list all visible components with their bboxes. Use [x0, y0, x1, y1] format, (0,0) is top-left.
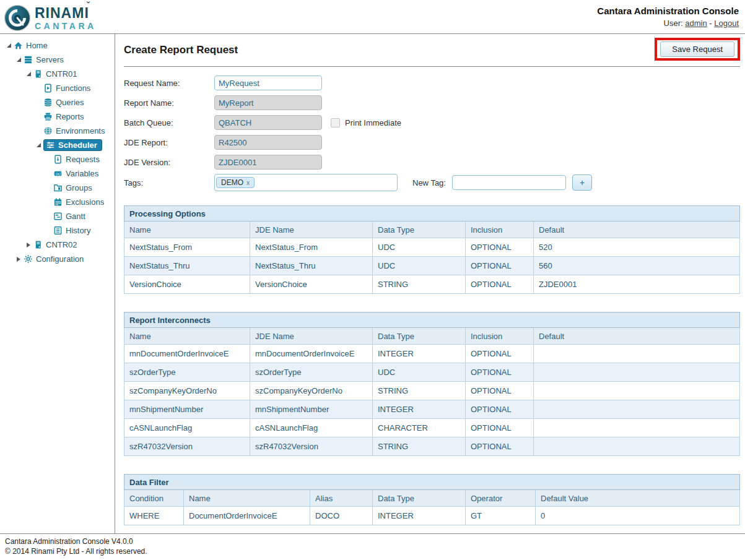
rinami-cantara-logo: RINAMIˇ CANTARA [0, 0, 97, 33]
sidebar-item-scheduler[interactable]: Scheduler [0, 138, 115, 152]
logout-link[interactable]: Logout [714, 19, 739, 28]
column-header: Alias [310, 490, 373, 507]
sidebar-nav-tree: Home Servers CNTR01 Functions Querie [0, 34, 115, 533]
print-immediate-checkbox[interactable] [331, 118, 340, 127]
jde-version-label: JDE Version: [124, 158, 214, 167]
annotation-highlight-box: Save Request [655, 38, 740, 61]
request-name-label: Request Name: [124, 79, 214, 88]
jde-report-input [214, 135, 322, 150]
variables-icon: (x) [53, 169, 64, 178]
remove-tag-icon[interactable]: x [246, 179, 250, 186]
sidebar-item-reports[interactable]: Reports [0, 110, 115, 124]
request-name-input[interactable] [214, 75, 322, 90]
table-row: szCompanyKeyOrderNo szCompanyKeyOrderNo … [124, 382, 740, 400]
report-name-label: Report Name: [124, 98, 214, 108]
user-separator: - [707, 19, 715, 28]
column-header: Name [124, 328, 250, 345]
user-name-link[interactable]: admin [685, 19, 707, 28]
sidebar-item-servers[interactable]: Servers [0, 53, 115, 67]
report-name-input [214, 95, 322, 110]
column-header: Inclusion [466, 328, 534, 345]
table-row: WHERE DocumentOrderInvoiceE DOCO INTEGER… [124, 507, 740, 525]
functions-icon [43, 84, 54, 93]
table-title-row: Processing Options [124, 206, 740, 222]
title-divider [124, 66, 740, 67]
expand-collapse-icon[interactable] [14, 58, 24, 62]
footer-copyright: © 2014 Rinami Pty Ltd - All rights reser… [5, 546, 740, 556]
new-tag-label: New Tag: [412, 178, 446, 187]
environments-icon [43, 126, 54, 136]
user-label: User: [664, 19, 683, 28]
column-header: Default [534, 328, 740, 345]
table-row: cASNLaunchFlag cASNLaunchFlag CHARACTER … [124, 419, 740, 437]
column-header: Default [534, 222, 740, 238]
expand-collapse-icon[interactable] [24, 72, 33, 76]
sidebar-item-groups[interactable]: Groups [0, 181, 115, 195]
exclusions-icon [53, 197, 64, 207]
table-title: Data Filter [124, 475, 740, 490]
sidebar-item-queries[interactable]: Queries [0, 95, 115, 110]
table-header-row: Name JDE Name Data Type Inclusion Defaul… [124, 328, 740, 345]
batch-queue-input [214, 115, 322, 130]
sidebar-item-home[interactable]: Home [0, 38, 115, 53]
expand-collapse-icon[interactable] [24, 243, 33, 248]
column-header: Data Type [373, 222, 466, 238]
scheduler-icon [46, 140, 57, 150]
new-tag-input[interactable] [452, 175, 566, 190]
table-row: mnShipmentNumber mnShipmentNumber INTEGE… [124, 400, 740, 419]
sidebar-item-environments[interactable]: Environments [0, 124, 115, 138]
column-header: Operator [466, 490, 536, 507]
sidebar-item-exclusions[interactable]: Exclusions [0, 195, 115, 209]
sidebar-item-gantt[interactable]: Gantt [0, 209, 115, 223]
footer-version: Cantara Administration Console V4.0.0 [5, 536, 740, 546]
expand-collapse-icon[interactable] [4, 43, 14, 48]
app-title: Cantara Administration Console [597, 6, 739, 16]
app-footer: Cantara Administration Console V4.0.0 © … [0, 533, 745, 560]
groups-icon [53, 183, 64, 192]
expand-collapse-icon[interactable] [14, 257, 24, 262]
requests-icon [53, 155, 64, 164]
sidebar-item-cntr01[interactable]: CNTR01 [0, 67, 115, 81]
sidebar-item-functions[interactable]: Functions [0, 81, 115, 95]
column-header: JDE Name [250, 328, 373, 345]
save-request-button[interactable]: Save Request [660, 41, 734, 57]
svg-text:(x): (x) [56, 172, 61, 176]
app-window: RINAMIˇ CANTARA Cantara Administration C… [0, 0, 745, 560]
table-row: NextStatus_Thru NextStatus_Thru UDC OPTI… [124, 257, 740, 275]
app-header: RINAMIˇ CANTARA Cantara Administration C… [0, 0, 745, 34]
gantt-icon [53, 212, 64, 221]
column-header: Condition [124, 490, 184, 507]
column-header: Data Type [373, 490, 466, 507]
sidebar-item-cntr02[interactable]: CNTR02 [0, 238, 115, 252]
table-title-row: Report Interconnects [124, 312, 740, 328]
home-icon [14, 41, 25, 50]
table-row: szR47032Version szR47032Version STRING O… [124, 437, 740, 456]
user-bar: User: admin - Logout [597, 19, 739, 28]
add-tag-button[interactable]: + [572, 174, 592, 191]
table-row: NextStatus_From NextStatus_From UDC OPTI… [124, 238, 740, 257]
header-right: Cantara Administration Console User: adm… [597, 0, 745, 33]
jde-version-input [214, 155, 322, 170]
table-title-row: Data Filter [124, 475, 740, 490]
report-request-form: Request Name: Report Name: Batch Queue: … [124, 75, 740, 191]
processing-options-table: Processing Options Name JDE Name Data Ty… [124, 205, 740, 294]
jde-report-label: JDE Report: [124, 138, 214, 147]
sidebar-item-configuration[interactable]: Configuration [0, 252, 115, 266]
page-title: Create Report Request [124, 44, 238, 56]
tags-label: Tags: [124, 178, 214, 187]
tag-chip-label: DEMO [221, 178, 243, 187]
rinami-logo-icon [4, 4, 31, 32]
expand-collapse-icon[interactable] [33, 143, 43, 147]
column-header: JDE Name [250, 222, 373, 238]
history-icon [53, 226, 64, 235]
print-immediate-label: Print Immediate [345, 118, 401, 127]
logo-caron: ˇ [87, 1, 90, 10]
sidebar-item-requests[interactable]: Requests [0, 152, 115, 166]
sidebar-item-variables[interactable]: (x) Variables [0, 166, 115, 181]
sidebar-item-history[interactable]: History [0, 223, 115, 238]
logo-wordmark: RINAMIˇ CANTARA [35, 6, 97, 30]
tags-input[interactable]: DEMO x [214, 174, 398, 191]
server-icon [33, 69, 45, 79]
reports-icon [43, 112, 54, 121]
table-header-row: Name JDE Name Data Type Inclusion Defaul… [124, 222, 740, 238]
